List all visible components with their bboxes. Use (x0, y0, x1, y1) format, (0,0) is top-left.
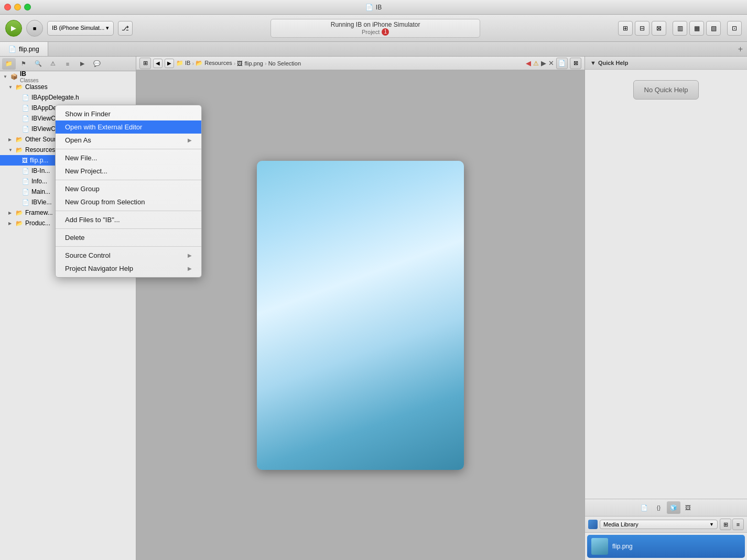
view-btn-2[interactable]: ⊟ (635, 21, 649, 36)
dropdown-arrow: ▼ (709, 522, 714, 527)
fullscreen-btn[interactable]: ⊡ (727, 21, 742, 36)
minimize-button[interactable] (14, 4, 21, 10)
panel-tab-file[interactable]: 📄 (637, 501, 651, 514)
error-badge: 1 (382, 28, 389, 36)
run-status-box: Running IB on iPhone Simulator Project 1 (270, 19, 480, 38)
window-title: 📄 IB (365, 4, 382, 11)
editor-nav: ⊞ ◀ ▶ 📁 IB › 📂 Resources › 🖼 flip.png › … (136, 57, 584, 70)
branch-button[interactable]: ⎇ (118, 21, 133, 36)
back-btn[interactable]: ◀ (153, 59, 163, 68)
editor-content (136, 70, 584, 560)
panel-tabs: 📄 {} 🧊 🖼 (585, 499, 747, 517)
file-label-1: IBAppDelegate.h (31, 94, 79, 101)
phone-preview-image (257, 161, 464, 470)
info-label: Info... (31, 178, 47, 185)
split-btn[interactable]: ⊠ (570, 58, 581, 69)
view-btn-3[interactable]: ⊠ (652, 21, 666, 36)
flip-png-label: flip.p... (30, 157, 48, 164)
media-item-flip[interactable]: flip.png (587, 535, 745, 558)
fwd-btn[interactable]: ▶ (165, 59, 174, 68)
warning-icon: ⚠ (533, 60, 539, 67)
open-as-arrow: ▶ (188, 137, 192, 143)
menu-project-navigator-help[interactable]: Project Navigator Help ▶ (56, 262, 201, 275)
menu-add-files-label: Add Files to "IB"... (65, 216, 120, 224)
classes-label: Classes (25, 83, 48, 91)
active-tab[interactable]: 📄 flip.png (0, 42, 48, 56)
close-button[interactable] (4, 4, 11, 10)
grid-view-icon[interactable]: ⊞ (720, 519, 731, 530)
tab-filename: flip.png (19, 46, 39, 53)
sidebar-tab-folder[interactable]: 📁 (2, 58, 16, 70)
menu-new-group-selection[interactable]: New Group from Selection (56, 195, 201, 208)
separator-2 (56, 180, 201, 180)
toolbar: ▶ ■ IB (iPhone Simulat... ▾ ⎇ Running IB… (0, 15, 747, 42)
disclosure-icon: ▼ (3, 74, 8, 79)
menu-open-external-label: Open with External Editor (65, 123, 142, 131)
nav-next-icon: ▶ (541, 59, 546, 67)
tree-classes[interactable]: ▼ 📂 Classes (0, 82, 136, 92)
project-icon: 📦 (10, 73, 18, 80)
source-control-arrow: ▶ (188, 252, 192, 258)
context-menu: Show in Finder Open with External Editor… (55, 105, 202, 278)
no-quick-help: No Quick Help (633, 80, 699, 100)
disclosure-quick-help: ▼ (590, 60, 596, 66)
tab-icon: 📄 (8, 46, 16, 53)
menu-source-control-label: Source Control (65, 251, 111, 259)
breadcrumb-ib: 📁 IB (176, 60, 190, 67)
panel-tab-code[interactable]: {} (652, 501, 666, 514)
sidebar-tab-list[interactable]: ≡ (61, 58, 74, 70)
menu-new-project-label: New Project... (65, 167, 107, 175)
project-sub: Classes (20, 78, 39, 83)
menu-new-group-selection-label: New Group from Selection (65, 198, 145, 206)
media-color-icon (588, 520, 598, 529)
run-status-main: Running IB on iPhone Simulator (331, 21, 420, 28)
sidebar-tab-flag[interactable]: ⚑ (17, 58, 30, 70)
project-navigator-help-arrow: ▶ (188, 266, 192, 271)
layout-btn-1[interactable]: ▥ (673, 21, 687, 36)
quick-help-label: Quick Help (598, 60, 628, 66)
project-name: IB (20, 71, 39, 78)
grid-view-btn[interactable]: ⊞ (139, 58, 151, 69)
view-btn-1[interactable]: ⊞ (618, 21, 633, 36)
scheme-selector[interactable]: IB (iPhone Simulat... ▾ (47, 21, 114, 36)
media-library-dropdown[interactable]: Media Library ▼ (600, 520, 718, 529)
window-title-text: IB (376, 4, 382, 11)
products-label: Produc... (25, 219, 50, 227)
title-bar: 📄 IB (0, 0, 747, 15)
menu-show-finder-label: Show in Finder (65, 110, 111, 118)
menu-show-finder[interactable]: Show in Finder (56, 107, 201, 120)
sidebar-tab-bubble[interactable]: 💬 (90, 58, 104, 70)
sidebar-tab-warn[interactable]: ⚠ (46, 58, 60, 70)
run-button[interactable]: ▶ (5, 20, 22, 37)
tree-project[interactable]: ▼ 📦 IB Classes (0, 71, 136, 82)
list-view-icon[interactable]: ≡ (732, 519, 744, 530)
separator-4 (56, 228, 201, 229)
breadcrumb-selection: No Selection (268, 60, 301, 67)
add-tab-button[interactable]: + (734, 45, 747, 54)
layout-btn-3[interactable]: ▧ (706, 21, 721, 36)
layout-btn-2[interactable]: ▦ (689, 21, 704, 36)
media-item-label: flip.png (612, 543, 633, 550)
menu-new-group[interactable]: New Group (56, 182, 201, 195)
maximize-button[interactable] (24, 4, 31, 10)
editor-area: ⊞ ◀ ▶ 📁 IB › 📂 Resources › 🖼 flip.png › … (136, 57, 584, 560)
menu-new-project[interactable]: New Project... (56, 164, 201, 178)
sidebar-tab-arrow[interactable]: ▶ (75, 58, 89, 70)
doc-btn[interactable]: 📄 (556, 58, 568, 69)
tree-file-1[interactable]: 📄 IBAppDelegate.h (0, 92, 136, 103)
menu-delete[interactable]: Delete (56, 231, 201, 244)
sidebar-tabs: 📁 ⚑ 🔍 ⚠ ≡ ▶ 💬 (0, 57, 136, 71)
menu-new-file[interactable]: New File... (56, 151, 201, 164)
menu-open-external[interactable]: Open with External Editor (56, 120, 201, 134)
menu-open-as[interactable]: Open As ▶ (56, 134, 201, 147)
sidebar-tab-search[interactable]: 🔍 (31, 58, 45, 70)
media-library-bar: Media Library ▼ ⊞ ≡ (585, 517, 747, 533)
menu-add-files[interactable]: Add Files to "IB"... (56, 213, 201, 226)
stop-button[interactable]: ■ (26, 20, 43, 37)
separator-3 (56, 211, 201, 211)
panel-tab-image[interactable]: 🖼 (681, 501, 695, 514)
quick-help-body: No Quick Help (585, 70, 747, 499)
panel-tab-media[interactable]: 🧊 (667, 501, 680, 514)
breadcrumb-flip: 🖼 flip.png (237, 60, 263, 67)
menu-source-control[interactable]: Source Control ▶ (56, 249, 201, 262)
